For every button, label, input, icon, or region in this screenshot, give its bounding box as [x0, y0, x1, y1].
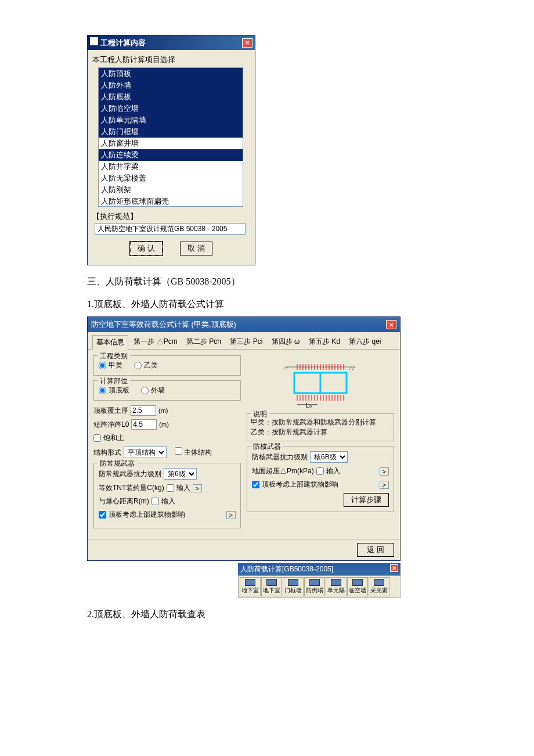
list-item[interactable]: 人防单元隔墙: [99, 114, 243, 126]
radio-part-wall[interactable]: 外墙: [141, 386, 165, 395]
saturated-checkbox[interactable]: 饱和土: [93, 433, 241, 443]
tb-skylight[interactable]: 采光窗: [369, 577, 389, 596]
nuke-level-label: 防核武器抗力级别: [252, 452, 308, 462]
group-title: 防常规武器: [98, 459, 137, 469]
struct-select[interactable]: 平顶结构: [124, 447, 167, 458]
group-title: 计算部位: [98, 376, 130, 386]
sub-2-heading: 2.顶底板、外墙人防荷载查表: [87, 609, 447, 621]
nuke-level-select[interactable]: 核6B级: [310, 451, 348, 463]
unit-icon: [331, 579, 341, 586]
tab-step4[interactable]: 第四步 ω: [268, 335, 304, 348]
tab-step6[interactable]: 第六步 qei: [345, 335, 384, 348]
tb-unit[interactable]: 单元隔: [326, 577, 347, 596]
dialog1-heading: 本工程人防计算项目选择: [92, 55, 250, 65]
close-icon[interactable]: ✕: [386, 320, 396, 329]
skylight-icon: [374, 579, 384, 586]
calc-part-group: 计算部位 顶底板 外墙: [93, 380, 241, 401]
tb-collapse[interactable]: 防倒塌: [304, 577, 325, 596]
tab-step1[interactable]: 第一步 △Pcm: [130, 335, 181, 348]
titlebar: 工程计算内容 ✕: [88, 35, 255, 50]
list-item[interactable]: 人防刚架: [99, 184, 243, 196]
svg-line-1: [283, 367, 286, 370]
pressure-input-checkbox[interactable]: [316, 467, 324, 475]
conv-level-select[interactable]: 第6级: [164, 468, 197, 480]
conv-level-label: 防常规武器抗力级别: [99, 469, 161, 479]
list-item[interactable]: 人防门框墙: [99, 126, 243, 138]
main-struct-checkbox[interactable]: [175, 447, 182, 455]
doorframe-icon: [288, 579, 298, 586]
section-3-heading: 三、人防荷载计算（GB 50038-2005）: [87, 276, 447, 288]
unit-m: (m): [158, 407, 168, 414]
close-icon[interactable]: ✕: [390, 564, 398, 572]
tb-basement-2[interactable]: 地下室: [261, 577, 282, 596]
tab-basic[interactable]: 基本信息: [92, 335, 128, 350]
tnt-input-checkbox[interactable]: [167, 484, 174, 492]
close-icon[interactable]: ✕: [242, 38, 252, 48]
radio-type-b[interactable]: 乙类: [134, 361, 158, 370]
list-item[interactable]: 人防外墙: [99, 80, 243, 91]
titlebar2: 防空地下室等效荷载公式计算 (甲类,顶底板) ✕: [88, 317, 400, 332]
load-calc-dialog: 防空地下室等效荷载公式计算 (甲类,顶底板) ✕ 基本信息 第一步 △Pcm 第…: [87, 316, 400, 561]
spec-field[interactable]: [95, 223, 246, 235]
desc-title: 说明: [251, 409, 269, 419]
airwall-icon: [352, 579, 363, 586]
group-title: 防核武器: [251, 442, 283, 452]
desc-line1: 甲类：按防常规武器和防核武器分别计算: [251, 417, 390, 427]
dist-label: 与爆心距离R(m): [99, 496, 149, 506]
list-item[interactable]: 人防临空墙: [99, 103, 243, 114]
list-item[interactable]: 人防窗井墙: [99, 138, 243, 149]
ok-button[interactable]: 确 认: [130, 242, 163, 255]
radio-type-a[interactable]: 甲类: [99, 361, 122, 370]
diagram-l0-label: L₀: [306, 402, 312, 409]
svg-line-2: [286, 367, 288, 370]
nuke-consider-checkbox[interactable]: [252, 481, 259, 488]
radio-part-slab[interactable]: 顶底板: [99, 386, 129, 395]
tab-strip: 基本信息 第一步 △Pcm 第二步 Pch 第三步 Pci 第四步 ω 第五步 …: [88, 332, 400, 350]
structure-diagram: L₀: [247, 355, 394, 413]
list-item[interactable]: 人防矩形底球面扁壳: [99, 196, 243, 207]
pressure-label: 地面超压△Pm(kPa): [252, 466, 314, 476]
desc-line2: 乙类：按防常规武器计算: [251, 427, 390, 437]
list-item[interactable]: 人防连续梁: [99, 149, 243, 161]
tb-airwall[interactable]: 临空墙: [347, 577, 368, 596]
expand-button[interactable]: >: [193, 484, 202, 492]
conv-consider-checkbox[interactable]: [99, 511, 106, 519]
project-type-group: 工程类别 甲类 乙类: [93, 355, 241, 376]
description-box: 说明 甲类：按防常规武器和防核武器分别计算 乙类：按防常规武器计算: [247, 413, 394, 441]
load-calc-toolbar: 人防荷载计算[GB50038-2005] ✕ 地下室 地下室 门框墙 防倒塌 单…: [238, 563, 400, 598]
basement-icon: [266, 579, 277, 586]
dialog2-title: 防空地下室等效荷载公式计算 (甲类,顶底板): [91, 319, 236, 330]
list-item[interactable]: 人防井字梁: [99, 161, 243, 172]
tnt-label: 等效TNT装药量C(kg): [99, 483, 164, 493]
calc-step-button[interactable]: 计算步骤: [344, 493, 389, 507]
dist-input-checkbox[interactable]: [151, 498, 159, 505]
dialog1-title: 工程计算内容: [100, 38, 146, 47]
nuclear-weapon-group: 防核武器 防核武器抗力级别 核6B级 地面超压△Pm(kPa) 输入 > 顶板考…: [247, 446, 394, 512]
svg-line-3: [352, 367, 355, 370]
tab-step3[interactable]: 第三步 Pci: [226, 335, 266, 348]
toolbar-title: 人防荷载计算[GB50038-2005]: [240, 564, 333, 574]
back-button[interactable]: 返 回: [357, 543, 394, 557]
list-item[interactable]: 人防顶板: [99, 68, 243, 80]
struct-label: 结构形式: [93, 448, 121, 458]
span-label: 短跨净跨L0: [93, 420, 129, 430]
expand-button[interactable]: >: [226, 511, 236, 519]
project-listbox[interactable]: 人防顶板 人防外墙 人防底板 人防临空墙 人防单元隔墙 人防门框墙 人防窗井墙 …: [98, 67, 243, 207]
tab-step2[interactable]: 第二步 Pch: [183, 335, 225, 348]
unit-m: (m): [159, 421, 169, 428]
svg-line-4: [349, 367, 352, 370]
tb-doorframe[interactable]: 门框墙: [283, 577, 304, 596]
sub-1-heading: 1.顶底板、外墙人防荷载公式计算: [87, 298, 447, 311]
tb-basement-1[interactable]: 地下室: [240, 577, 261, 596]
list-item[interactable]: 人防底板: [99, 91, 243, 103]
thickness-input[interactable]: [131, 405, 156, 416]
collapse-icon: [309, 579, 320, 586]
expand-button[interactable]: >: [380, 467, 389, 476]
basement-icon: [245, 579, 255, 586]
tab-step5[interactable]: 第五步 Kd: [305, 335, 344, 348]
conventional-weapon-group: 防常规武器 防常规武器抗力级别 第6级 等效TNT装药量C(kg) 输入 > 与…: [93, 463, 241, 528]
list-item[interactable]: 人防无梁楼盖: [99, 172, 243, 184]
span-input[interactable]: [131, 419, 157, 430]
expand-button[interactable]: >: [380, 481, 389, 489]
cancel-button[interactable]: 取 消: [180, 242, 212, 255]
